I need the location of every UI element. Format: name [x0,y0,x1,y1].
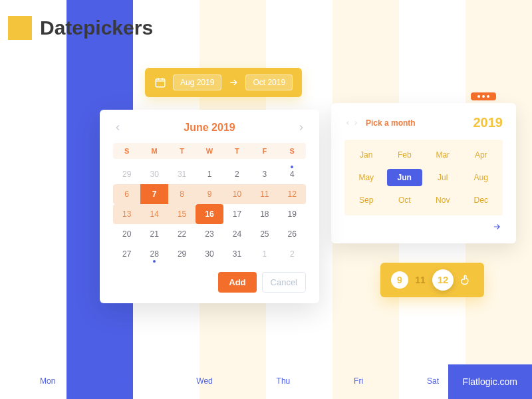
day-cell[interactable]: 16 [196,204,223,224]
calendar-icon [154,76,166,88]
day-cell[interactable]: 8 [168,184,196,204]
range-end-chip[interactable]: Oct 2019 [245,74,293,90]
day-cell[interactable]: 1 [251,244,278,264]
day-cell[interactable]: 12 [279,184,306,204]
day-cell[interactable]: 9 [196,184,223,204]
slider-value[interactable]: 9 [391,271,408,289]
arrow-right-icon [228,77,239,88]
ellipsis-handle-icon[interactable] [471,92,496,100]
day-cell[interactable]: 18 [251,204,278,224]
month-picker-year: 2019 [473,115,503,130]
day-cell[interactable]: 14 [140,204,168,224]
confirm-arrow-icon[interactable] [491,222,503,231]
day-cell[interactable]: 23 [196,224,223,244]
day-cell[interactable]: 31 [223,244,251,264]
month-cell[interactable]: Jul [425,169,461,186]
day-cell[interactable]: 31 [168,164,196,184]
day-cell[interactable]: 19 [279,204,306,224]
cancel-button[interactable]: Cancel [262,272,306,293]
month-picker-panel: Pick a month 2019 JanFebMarAprMayJunJulA… [331,103,516,243]
prev-month-chevron-icon[interactable] [113,123,122,132]
title-accent-square [8,16,32,40]
month-cell[interactable]: May [348,169,384,186]
footer-day-label: Sat [427,376,439,386]
month-grid: JanFebMarAprMayJunJulAugSepOctNovDec [344,140,503,215]
dow-label: W [196,147,223,155]
month-cell[interactable]: Jan [348,146,384,164]
next-month-chevron-icon[interactable] [297,123,306,132]
day-cell[interactable]: 15 [168,204,196,224]
month-cell[interactable]: Dec [464,192,499,209]
footer-day-label: Thu [277,376,291,386]
day-cell[interactable]: 2 [279,244,306,264]
month-picker-title: Pick a month [366,118,416,128]
svg-rect-0 [156,79,165,87]
month-prev-chevron-icon[interactable] [344,120,351,126]
day-cell[interactable]: 25 [251,224,278,244]
page-title: Datepickers [40,17,153,39]
dow-label: T [223,147,251,155]
slider-value-active[interactable]: 12 [432,269,454,291]
day-cell[interactable]: 6 [113,184,140,204]
datepicker-title: June 2019 [184,122,235,134]
slider-value[interactable]: 11 [412,275,428,285]
month-cell[interactable]: Aug [464,169,499,186]
day-of-week-header: SMTWTFS [113,143,306,159]
month-cell[interactable]: Feb [387,146,423,164]
day-cell[interactable]: 1 [196,164,223,184]
date-range-bar[interactable]: Aug 2019 Oct 2019 [145,68,302,97]
footer-day-label: Tue [119,376,132,386]
range-start-chip[interactable]: Aug 2019 [173,74,221,90]
branding-link[interactable]: Flatlogic.com [448,364,532,399]
day-cell[interactable]: 27 [113,244,140,264]
month-cell[interactable]: Apr [464,146,499,164]
dow-label: S [113,147,140,155]
day-cell[interactable]: 7 [140,184,168,204]
day-cell[interactable]: 10 [223,184,251,204]
day-cell[interactable]: 2 [223,164,251,184]
month-cell[interactable]: Nov [425,192,461,209]
month-cell[interactable]: Sep [348,192,384,209]
day-cell[interactable]: 29 [168,244,196,264]
day-cell[interactable]: 30 [140,164,168,184]
day-cell[interactable]: 13 [113,204,140,224]
footer-day-label: Mon [40,376,55,386]
footer-day-label: Wed [196,376,212,386]
pointer-hand-icon [459,273,473,287]
day-cell[interactable]: 4 [279,164,306,184]
day-cell[interactable]: 11 [251,184,278,204]
day-cell[interactable]: 30 [196,244,223,264]
day-cell[interactable]: 22 [168,224,196,244]
day-cell[interactable]: 26 [279,224,306,244]
day-cell[interactable]: 21 [140,224,168,244]
dow-label: T [168,147,196,155]
month-cell[interactable]: Mar [425,146,461,164]
month-cell[interactable]: Jun [387,169,423,186]
day-cell[interactable]: 3 [251,164,278,184]
day-cell[interactable]: 20 [113,224,140,244]
month-cell[interactable]: Oct [387,192,423,209]
number-slider[interactable]: 9 11 12 [380,263,484,297]
add-button[interactable]: Add [218,272,256,293]
day-cell[interactable]: 17 [223,204,251,224]
day-cell[interactable]: 24 [223,224,251,244]
day-grid: 2930311234678910111213141516171819202122… [113,164,306,264]
dow-label: S [279,147,306,155]
day-cell[interactable]: 28 [140,244,168,264]
dow-label: F [251,147,278,155]
datepicker-panel: June 2019 SMTWTFS 2930311234678910111213… [100,110,319,303]
month-next-chevron-icon[interactable] [352,120,359,126]
page-title-block: Datepickers [8,16,153,40]
day-cell[interactable]: 29 [113,164,140,184]
footer-day-labels: MonTueWedThuFriSat [40,376,439,386]
dow-label: M [140,147,168,155]
footer-day-label: Fri [354,376,363,386]
